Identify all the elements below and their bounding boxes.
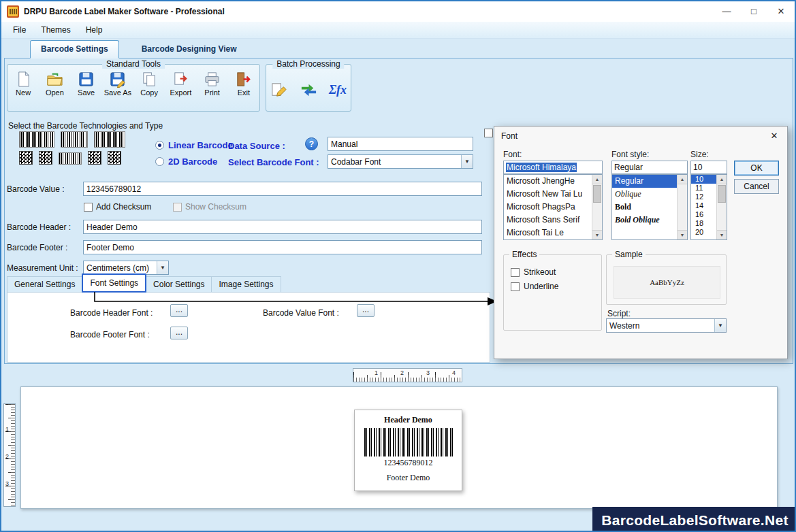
measurement-unit-select[interactable]: Centimeters (cm) ▼ [83, 261, 169, 275]
size-option[interactable]: 18 [691, 219, 716, 228]
strikeout-checkbox[interactable]: Strikeout [511, 267, 556, 277]
export-button[interactable]: Export [165, 71, 195, 97]
data-source-label: Data Source : [228, 141, 285, 151]
size-input[interactable]: 10 [690, 161, 727, 174]
underline-checkbox[interactable]: Underline [511, 282, 558, 291]
batch-edit-button[interactable] [270, 81, 289, 99]
linear-barcode-radio[interactable]: Linear Barcode [155, 140, 233, 150]
scroll-up-icon[interactable]: ▲ [592, 175, 602, 184]
print-icon [204, 71, 221, 88]
vertical-ruler: 1 2 3 [3, 403, 16, 507]
watermark: BarcodeLabelSoftware.Net [592, 507, 796, 532]
copy-button[interactable]: Copy [134, 71, 164, 97]
ruler-number: 1 [375, 369, 378, 376]
batch-processing-title: Batch Processing [272, 59, 344, 69]
barcode-font-select[interactable]: Codabar Font ▼ [328, 154, 473, 169]
save-button[interactable]: Save [71, 71, 101, 97]
tab-barcode-settings[interactable]: Barcode Settings [30, 40, 119, 59]
help-icon[interactable]: ? [305, 137, 318, 150]
new-button[interactable]: New [8, 71, 38, 97]
scrollbar-thumb[interactable] [593, 185, 601, 203]
barcode-footer-font-browse-button[interactable]: ... [170, 327, 188, 339]
barcode-value-input[interactable] [83, 182, 482, 196]
size-option[interactable]: 12 [691, 193, 716, 201]
size-option[interactable]: 20 [691, 228, 716, 237]
barcode-footer-font-label: Barcode Footer Font : [70, 330, 150, 339]
2d-barcode-radio[interactable]: 2D Barcode [155, 156, 217, 167]
minimize-button[interactable]: — [713, 1, 740, 22]
chevron-down-icon[interactable]: ▼ [714, 319, 726, 332]
tab-image-settings[interactable]: Image Settings [211, 276, 281, 293]
font-list-scrollbar[interactable]: ▲ ▼ [592, 175, 602, 239]
data-source-input[interactable] [328, 137, 473, 151]
scroll-down-icon[interactable]: ▼ [678, 230, 687, 239]
section-title: Select the Barcode Technologies and Type [8, 121, 163, 131]
dialog-close-icon[interactable]: ✕ [763, 128, 785, 144]
size-option[interactable]: 14 [691, 201, 716, 210]
barcode-header-font-browse-button[interactable]: ... [170, 304, 188, 317]
menu-bar: File Themes Help [1, 22, 795, 39]
menu-item-themes[interactable]: Themes [33, 22, 78, 37]
chevron-down-icon[interactable]: ▼ [461, 155, 473, 168]
label-preview[interactable]: Header Demo 123456789012 Footer Demo [354, 410, 462, 491]
barcode-font-label: Select Barcode Font : [228, 157, 319, 167]
window-title: DRPU Barcode Label Maker Software - Prof… [24, 7, 225, 16]
cancel-button[interactable]: Cancel [734, 179, 779, 194]
scroll-up-icon[interactable]: ▲ [678, 175, 687, 184]
tab-barcode-designing-view[interactable]: Barcode Designing View [131, 41, 247, 58]
font-settings-panel: Barcode Header Font : ... Barcode Value … [7, 292, 490, 363]
style-option[interactable]: Bold Oblique [612, 214, 677, 227]
menu-item-help[interactable]: Help [78, 22, 110, 37]
open-icon [46, 71, 63, 88]
scroll-down-icon[interactable]: ▼ [717, 230, 727, 239]
font-name-input[interactable]: Microsoft Himalaya [503, 161, 603, 174]
scroll-down-icon[interactable]: ▼ [592, 230, 602, 239]
batch-tools-row: Σfx [266, 65, 351, 111]
title-bar[interactable]: DRPU Barcode Label Maker Software - Prof… [1, 1, 795, 22]
font-option[interactable]: Microsoft JhengHe [504, 175, 592, 188]
menu-item-file[interactable]: File [5, 22, 33, 37]
font-style-label: Font style: [611, 150, 649, 159]
barcode-samples [19, 131, 125, 168]
chevron-down-icon[interactable]: ▼ [157, 261, 168, 274]
size-option[interactable]: 16 [691, 210, 716, 219]
tab-general-settings[interactable]: General Settings [7, 276, 82, 293]
font-option[interactable]: Microsoft PhagsPa [504, 201, 592, 214]
font-option[interactable]: Microsoft Tai Le [504, 227, 592, 239]
close-button[interactable]: ✕ [767, 1, 795, 22]
add-checksum-checkbox[interactable]: Add Checksum [84, 202, 151, 212]
exit-button[interactable]: Exit [229, 71, 259, 97]
standard-tools-group: Standard Tools New Open Save Save As Cop… [7, 64, 260, 112]
batch-formula-button[interactable]: Σfx [329, 83, 347, 97]
style-option[interactable]: Bold [612, 201, 677, 214]
style-option-selected[interactable]: Regular [612, 175, 677, 188]
font-style-input[interactable]: Regular [611, 161, 688, 174]
scroll-up-icon[interactable]: ▲ [717, 175, 727, 184]
maximize-button[interactable]: □ [740, 1, 767, 22]
print-button[interactable]: Print [197, 71, 227, 97]
size-option-selected[interactable]: 10 [691, 175, 716, 184]
preview-footer-text: Footer Demo [387, 473, 430, 483]
batch-transfer-button[interactable] [300, 81, 318, 99]
font-option[interactable]: Microsoft New Tai Lu [504, 188, 592, 201]
size-label: Size: [690, 150, 709, 159]
tool-label: Save [71, 88, 101, 97]
barcode-value-font-browse-button[interactable]: ... [357, 304, 375, 317]
barcode-header-input[interactable] [83, 220, 482, 234]
script-select[interactable]: Western ▼ [606, 318, 727, 333]
size-list-scrollbar[interactable]: ▲ ▼ [716, 175, 727, 239]
open-button[interactable]: Open [39, 71, 69, 97]
ruler-number: 4 [452, 369, 456, 376]
scrollbar-thumb[interactable] [718, 185, 726, 203]
barcode-footer-input[interactable] [83, 240, 482, 254]
tab-color-settings[interactable]: Color Settings [146, 276, 212, 293]
save-as-button[interactable]: Save As [103, 71, 133, 97]
style-option[interactable]: Oblique [612, 188, 677, 201]
tab-font-settings[interactable]: Font Settings [82, 273, 146, 293]
ruler-number: 2 [400, 369, 404, 376]
size-option[interactable]: 11 [691, 184, 716, 193]
obscured-checkbox[interactable] [484, 129, 493, 137]
font-option[interactable]: Microsoft Sans Serif [504, 214, 592, 227]
ok-button[interactable]: OK [734, 161, 779, 176]
style-list-scrollbar[interactable]: ▲ ▼ [677, 175, 687, 239]
